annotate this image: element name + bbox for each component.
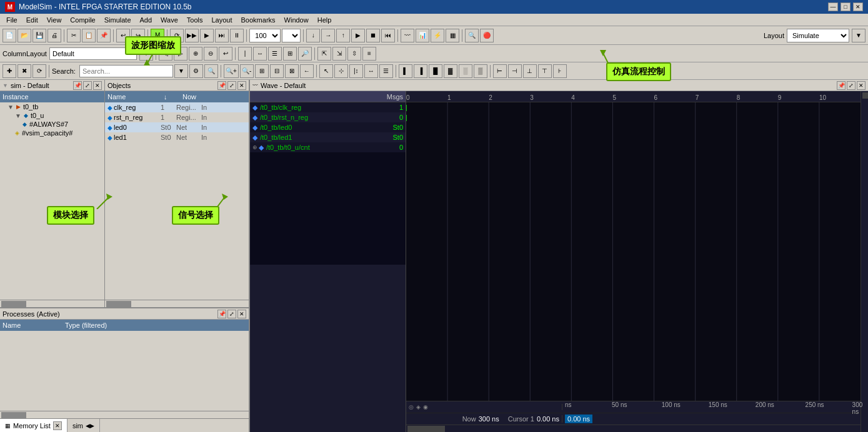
run-length-select[interactable]: 100 xyxy=(249,29,281,42)
wave-tb3[interactable]: ⊕ xyxy=(189,47,202,61)
search-find-btn[interactable]: 🔍 xyxy=(204,64,218,78)
memory-list-tab[interactable]: ▦ Memory List ✕ xyxy=(0,419,67,432)
layout-dropdown-btn[interactable]: ▼ xyxy=(852,29,866,42)
sim-hscroll-thumb[interactable] xyxy=(1,301,26,307)
menu-simulate[interactable]: Simulate xyxy=(101,15,135,25)
wave-hscroll[interactable] xyxy=(406,425,861,432)
obj-close-btn[interactable]: ✕ xyxy=(237,81,246,90)
wave-disp3[interactable]: █ xyxy=(429,64,442,78)
menu-add[interactable]: Add xyxy=(136,15,156,25)
sim-tab[interactable]: sim ◀▶ xyxy=(67,419,100,432)
wave-mark3[interactable]: ⊥ xyxy=(523,64,537,78)
sim-pin-btn[interactable]: 📌 xyxy=(73,81,82,90)
tree-item-vsim-capacity[interactable]: ◈ #vsim_capacity# xyxy=(0,129,104,137)
run-all-btn[interactable]: ▶▶ xyxy=(185,29,199,42)
wave-sig-rst[interactable]: ◆ /t0_tb/rst_n_reg 0 xyxy=(250,112,406,122)
wave-sig-clk[interactable]: ◆ /t0_tb/clk_reg 1 xyxy=(250,102,406,112)
sim-out-btn[interactable]: ↑ xyxy=(336,29,350,42)
expand-t0u[interactable]: ▼ xyxy=(15,112,21,119)
obj-hscroll-thumb[interactable] xyxy=(106,301,131,307)
cursor-snap-btn[interactable]: ⊹ xyxy=(334,64,348,78)
open-btn[interactable]: 📂 xyxy=(17,29,31,42)
wave-tb5[interactable]: ↩ xyxy=(219,47,232,61)
menu-compile[interactable]: Compile xyxy=(66,15,99,25)
layout-select[interactable]: Simulate xyxy=(787,29,849,42)
print-btn[interactable]: 🖨 xyxy=(47,29,61,42)
maximize-button[interactable]: □ xyxy=(841,2,851,11)
search-options-btn[interactable]: ⚙ xyxy=(189,64,203,78)
sim-refresh-btn[interactable]: ⟳ xyxy=(32,64,46,78)
run-unit-select[interactable]: ns xyxy=(282,29,301,42)
obj-row-led1[interactable]: ◆ led1 St0 Net In xyxy=(105,132,249,142)
obj-row-led0[interactable]: ◆ led0 St0 Net In xyxy=(105,122,249,132)
search-dropdown-btn[interactable]: ▼ xyxy=(174,64,188,78)
sim-stop-btn[interactable]: ⏹ xyxy=(366,29,380,42)
run-btn[interactable]: ▶ xyxy=(200,29,214,42)
wave-close-btn[interactable]: ✕ xyxy=(857,81,866,90)
wave-disp1[interactable]: ▌ xyxy=(399,64,412,78)
wave-pin-btn[interactable]: 📌 xyxy=(837,81,846,90)
proc-float-btn[interactable]: ⤢ xyxy=(227,310,236,318)
proc-pin-btn[interactable]: 📌 xyxy=(217,310,226,318)
obj-row-clk[interactable]: ◆ clk_reg 1 Regi... In xyxy=(105,102,249,112)
wave-format1[interactable]: ⇱ xyxy=(317,47,331,61)
profile-btn[interactable]: ⚡ xyxy=(431,29,444,42)
tree-item-t0tb[interactable]: ▼ ▶ t0_tb xyxy=(0,102,104,111)
step-btn[interactable]: ⏭ xyxy=(215,29,229,42)
cursor-bar-btn[interactable]: |↕ xyxy=(349,64,363,78)
sim-next-btn[interactable]: → xyxy=(321,29,335,42)
find-btn[interactable]: 🔍 xyxy=(465,29,479,42)
zoom-full-btn[interactable]: ⊟ xyxy=(270,64,284,78)
cursor-arrow-btn[interactable]: ↖ xyxy=(319,64,333,78)
coverage-btn[interactable]: ▦ xyxy=(446,29,459,42)
sim-float-btn[interactable]: ⤢ xyxy=(83,81,92,90)
obj-row-rst[interactable]: ◆ rst_n_reg 1 Regi... In xyxy=(105,112,249,122)
copy-btn[interactable]: 📋 xyxy=(82,29,96,42)
save-btn[interactable]: 💾 xyxy=(32,29,46,42)
new-btn[interactable]: 📄 xyxy=(2,29,16,42)
wave-sig-cnt[interactable]: ⊕ ◆ /t0_tb/t0_u/cnt 0 xyxy=(250,142,406,152)
obj-pin-btn[interactable]: 📌 xyxy=(217,81,226,90)
wave-cur4[interactable]: ⊞ xyxy=(283,47,297,61)
menu-layout[interactable]: Layout xyxy=(208,15,236,25)
menu-wave[interactable]: Wave xyxy=(157,15,182,25)
search-input[interactable] xyxy=(79,65,173,77)
sim-add-btn[interactable]: ✚ xyxy=(2,64,16,78)
wave-format4[interactable]: ≡ xyxy=(362,47,376,61)
memory-list-close[interactable]: ✕ xyxy=(53,421,62,430)
wave-disp2[interactable]: ▐ xyxy=(414,64,427,78)
cursor-list-btn[interactable]: ☰ xyxy=(379,64,393,78)
wave-vscroll-thumb[interactable] xyxy=(862,92,868,99)
proc-hscroll-thumb[interactable] xyxy=(1,412,26,418)
cursor-meas-btn[interactable]: ↔ xyxy=(364,64,378,78)
close-button[interactable]: ✕ xyxy=(853,2,863,11)
wave-sig-led1[interactable]: ◆ /t0_tb/led1 St0 xyxy=(250,132,406,142)
sim-hscroll[interactable] xyxy=(0,300,104,307)
zoom-prev-btn[interactable]: ← xyxy=(300,64,314,78)
wave-cur1[interactable]: | xyxy=(238,47,252,61)
wave-disp6[interactable]: ▒ xyxy=(474,64,487,78)
obj-float-btn[interactable]: ⤢ xyxy=(227,81,236,90)
bp-btn[interactable]: 🔴 xyxy=(480,29,494,42)
menu-window[interactable]: Window xyxy=(281,15,312,25)
wave-format2[interactable]: ⇲ xyxy=(332,47,346,61)
paste-btn[interactable]: 📌 xyxy=(97,29,111,42)
menu-help[interactable]: Help xyxy=(314,15,336,25)
wave-vscroll[interactable] xyxy=(861,91,868,432)
sim-remove-btn[interactable]: ✖ xyxy=(17,64,31,78)
proc-hscroll[interactable] xyxy=(0,411,249,418)
zoom-sel-btn[interactable]: ⊠ xyxy=(285,64,299,78)
wave-format3[interactable]: ⇳ xyxy=(347,47,361,61)
proc-close-btn[interactable]: ✕ xyxy=(237,310,246,318)
wave-disp5[interactable]: ░ xyxy=(459,64,472,78)
wave-mark2[interactable]: ⊣ xyxy=(508,64,522,78)
wave-sig-led0[interactable]: ◆ /t0_tb/led0 St0 xyxy=(250,122,406,132)
minimize-button[interactable]: — xyxy=(828,2,838,11)
wave-mark5[interactable]: ⊦ xyxy=(553,64,567,78)
menu-edit[interactable]: Edit xyxy=(22,15,42,25)
sim-step-btn[interactable]: ↓ xyxy=(306,29,320,42)
wave-btn[interactable]: 〰 xyxy=(401,29,414,42)
wave-disp4[interactable]: ▓ xyxy=(444,64,457,78)
zoom-in-btn[interactable]: 🔍+ xyxy=(224,64,239,78)
wave-hscroll-thumb[interactable] xyxy=(407,426,445,432)
